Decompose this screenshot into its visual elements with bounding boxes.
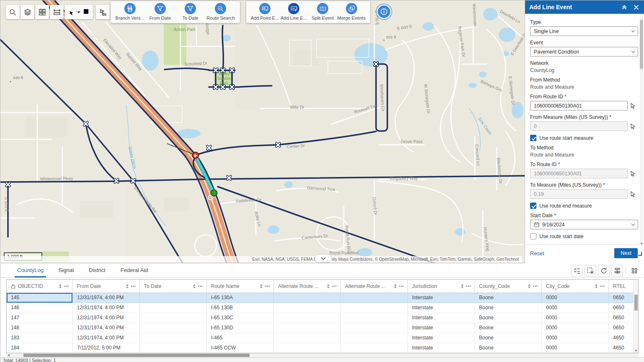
column-header[interactable]: County_Code•••	[475, 280, 542, 293]
table-cell[interactable]	[274, 293, 341, 303]
sort-icon[interactable]	[595, 284, 598, 288]
column-header[interactable]: Route Name•••	[207, 280, 274, 293]
refresh-button[interactable]	[598, 265, 610, 277]
table-cell[interactable]: Interstate	[408, 313, 475, 323]
horizontal-scrollbar[interactable]	[6, 353, 639, 357]
table-actions-menu-button[interactable]	[629, 265, 640, 277]
map-canvas[interactable]: Elevated WaySunset WayAnson ParkWilleySq…	[0, 0, 525, 263]
table-cell[interactable]: Interstate	[408, 293, 475, 303]
add-point-event-tool[interactable]: Add Point E...	[250, 3, 279, 21]
table-cell[interactable]: Interstate	[408, 343, 475, 353]
select-route-tool-button[interactable]	[96, 5, 110, 19]
table-cell[interactable]: Interstate	[408, 303, 475, 313]
table-cell[interactable]: 12/31/1974, 4:00 PM	[73, 303, 140, 313]
table-row[interactable]: 14612/31/1974, 4:00 PMI-65 130BInterstat…	[7, 303, 638, 313]
use-route-end-measure-checkbox[interactable]	[530, 203, 536, 209]
table-cell[interactable]	[140, 303, 207, 313]
sort-icon[interactable]	[528, 284, 531, 288]
table-cell[interactable]: 12/31/1974, 4:00 PM	[73, 313, 140, 323]
sort-icon[interactable]	[59, 284, 62, 288]
table-cell[interactable]: 145	[7, 293, 73, 303]
collapse-table-button[interactable]	[314, 254, 332, 263]
table-cell[interactable]: 0000	[542, 343, 609, 353]
reset-button[interactable]: Reset	[530, 250, 544, 257]
table-cell[interactable]: 0000	[542, 333, 609, 343]
table-cell[interactable]	[274, 343, 341, 353]
start-measure-marker[interactable]	[193, 152, 199, 159]
search-tool-button[interactable]	[6, 5, 20, 19]
table-cell[interactable]	[341, 303, 408, 313]
table-cell[interactable]: 12/31/1974, 4:00 PM	[73, 323, 140, 333]
table-cell[interactable]: 12/31/1974, 4:00 PM	[73, 293, 140, 303]
table-cell[interactable]: I-65 130C	[207, 313, 274, 323]
tab-federal-aid[interactable]: Federal Aid	[121, 264, 148, 278]
table-cell[interactable]: 0650	[609, 323, 635, 333]
table-row[interactable]: 1847/11/2012, 5:00 PMI-465 CCWInterstate…	[7, 343, 638, 353]
column-menu-icon[interactable]: •••	[332, 284, 337, 288]
from-route-id-input[interactable]	[530, 101, 628, 110]
column-header[interactable]: Jurisdiction•••	[408, 280, 475, 293]
pick-from-measure-on-map-button[interactable]	[630, 123, 636, 129]
to-date-filter-tool[interactable]: To Date	[175, 3, 206, 21]
table-cell[interactable]: Boone	[475, 303, 542, 313]
from-date-filter-tool[interactable]: From Date	[145, 3, 175, 21]
tab-countylog[interactable]: CountyLog	[17, 264, 44, 278]
table-cell[interactable]: 148	[7, 323, 73, 333]
column-header[interactable]: To Date•••	[140, 280, 207, 293]
basemap-grid-tool-button[interactable]	[35, 5, 49, 19]
table-cell[interactable]: 0650	[609, 313, 635, 323]
select-icon[interactable]	[67, 9, 74, 15]
tab-signal[interactable]: Signal	[59, 264, 74, 278]
table-cell[interactable]	[341, 293, 408, 303]
table-row[interactable]: 14812/31/1974, 4:00 PMI-65 130DInterstat…	[7, 323, 638, 333]
table-cell[interactable]	[341, 323, 408, 333]
column-header[interactable]: OBJECTID•••	[7, 280, 73, 293]
sort-icon[interactable]	[327, 284, 330, 288]
table-cell[interactable]: Boone	[475, 343, 542, 353]
table-row[interactable]: 14512/31/1974, 4:00 PMI-65 130AInterstat…	[7, 293, 638, 303]
use-route-start-measure-checkbox[interactable]	[530, 135, 536, 141]
table-cell[interactable]	[140, 323, 207, 333]
table-cell[interactable]	[274, 333, 341, 343]
table-cell[interactable]: 147	[7, 313, 73, 323]
table-cell[interactable]	[274, 323, 341, 333]
table-cell[interactable]: I-65 130A	[207, 293, 274, 303]
panel-resize-handle[interactable]	[638, 252, 642, 256]
table-cell[interactable]: 0000	[542, 293, 609, 303]
route-search-tool[interactable]: Route Search	[206, 3, 236, 21]
column-header[interactable]: City_Code•••	[542, 280, 609, 293]
table-cell[interactable]	[274, 303, 341, 313]
table-cell[interactable]	[341, 343, 408, 353]
table-cell[interactable]: Boone	[475, 323, 542, 333]
table-cell[interactable]: 0650	[609, 303, 635, 313]
type-select[interactable]: Single Line	[530, 26, 638, 36]
table-cell[interactable]: I-65 130B	[207, 303, 274, 313]
toggle-field-visibility-button[interactable]	[611, 265, 623, 277]
column-header[interactable]: From Date•••	[73, 280, 140, 293]
column-menu-icon[interactable]: •••	[533, 284, 538, 288]
table-cell[interactable]: 4650	[609, 333, 635, 343]
table-cell[interactable]: I-65 130D	[207, 323, 274, 333]
column-header[interactable]: Alternate Route ...•••	[274, 280, 341, 293]
merge-events-tool[interactable]: Merge Events	[337, 3, 366, 21]
column-menu-icon[interactable]: •••	[466, 284, 471, 288]
table-cell[interactable]	[140, 313, 207, 323]
layers-tool-button[interactable]	[21, 5, 34, 19]
tab-district[interactable]: District	[89, 264, 106, 278]
measure-tool-button[interactable]	[50, 5, 64, 19]
vertical-scrollbar[interactable]	[633, 280, 638, 353]
close-panel-button[interactable]	[632, 3, 640, 11]
table-cell[interactable]: 0000	[542, 303, 609, 313]
table-cell[interactable]: 0000	[542, 313, 609, 323]
table-cell[interactable]: 12/31/1974, 4:00 PM	[73, 333, 140, 343]
table-cell[interactable]	[140, 333, 207, 343]
scroll-left-arrow[interactable]	[8, 354, 10, 357]
clear-selection-icon[interactable]	[83, 9, 90, 15]
use-route-start-date-checkbox[interactable]	[530, 233, 536, 239]
column-menu-icon[interactable]: •••	[265, 284, 270, 288]
clear-table-selection-button[interactable]	[585, 265, 596, 277]
end-measure-marker[interactable]	[211, 190, 217, 196]
branch-versions-tool[interactable]: Branch Vers...	[115, 3, 145, 21]
column-menu-icon[interactable]: •••	[399, 284, 404, 288]
table-cell[interactable]	[274, 313, 341, 323]
